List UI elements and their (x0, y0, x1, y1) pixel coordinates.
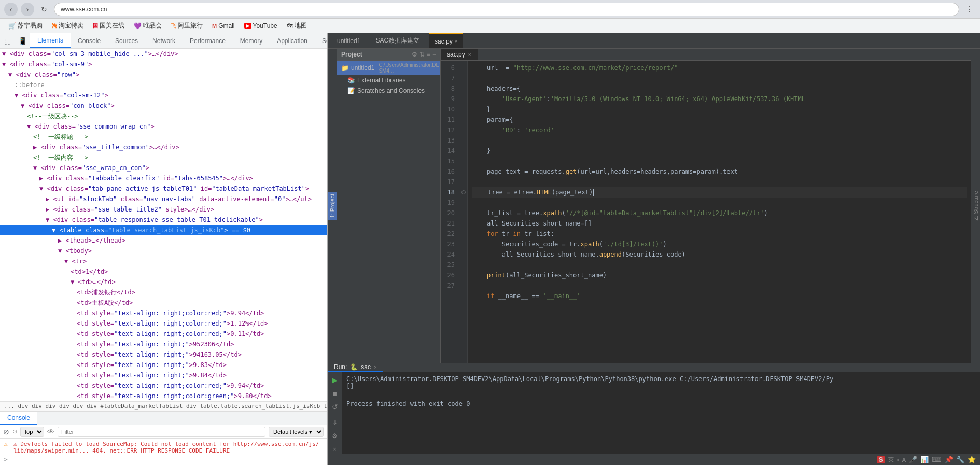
html-line[interactable]: ▶ <thead>…</thead> (0, 235, 327, 246)
browser-menu-btn[interactable]: ⋮ (962, 3, 976, 16)
file-tab-close-icon[interactable]: × (468, 52, 471, 58)
sort-icon[interactable]: ⇅ (419, 51, 425, 58)
main-layout: ⬚ 📱 Elements Console Sources Network Per… (0, 33, 980, 465)
code-line: param={ (472, 115, 967, 125)
devtools-panel: ⬚ 📱 Elements Console Sources Network Per… (0, 33, 328, 465)
html-line[interactable]: ▶ <div class="tabbable clearfix" id="tab… (0, 173, 327, 184)
html-line[interactable]: <td style="text-align: right;color:red;"… (0, 318, 327, 329)
structure-vertical-tab[interactable]: Z: Structure (971, 49, 980, 363)
html-line[interactable]: ▼ <div class="con_block"> (0, 101, 327, 111)
html-line[interactable]: <td style="text-align: right;">9.83</td> (0, 360, 327, 370)
console-clear-btn[interactable]: ⊘ (3, 428, 9, 436)
html-line[interactable]: ::before (0, 80, 327, 90)
html-line[interactable]: <td style="text-align: right;">9.84</td> (0, 370, 327, 381)
project-vertical-tab[interactable]: 1: Project (328, 49, 337, 363)
console-error-line: ⚠ ⚠ DevTools failed to load SourceMap: C… (4, 441, 323, 454)
console-filter-input[interactable] (58, 427, 265, 437)
devtools-icon-mobile[interactable]: 📱 (15, 33, 30, 48)
nav-forward-btn[interactable]: › (21, 3, 34, 16)
run-play-btn[interactable]: ▶ (329, 374, 341, 386)
html-line[interactable]: ▶ <div class="sse_title_common">…</div> (0, 142, 327, 152)
tab-performance[interactable]: Performance (183, 33, 233, 48)
close-icon[interactable]: × (455, 38, 458, 44)
project-tree-item-root[interactable]: 📁 untitled1 C:\Users\Administrator.DESKT… (337, 61, 440, 75)
html-line[interactable]: <td>浦发银行</td> (0, 287, 327, 298)
run-stop-btn[interactable]: ■ (329, 388, 341, 399)
html-line[interactable]: <!--一级区块--> (0, 111, 327, 121)
code-file-tab-active[interactable]: sac.py × (441, 49, 478, 60)
html-line[interactable]: ▼ <div class="sse_wrap_cn_con"> (0, 163, 327, 173)
bookmark-guomei[interactable]: 国国美在线 (89, 20, 129, 31)
bookmark-alitrip[interactable]: 飞阿里旅行 (167, 20, 207, 31)
run-tab-active[interactable]: Run: 🐍 sac × (328, 363, 383, 372)
bookmark-gmail[interactable]: MGmail (208, 21, 239, 31)
tab-sources[interactable]: Sources (108, 33, 145, 48)
bookmark-youtube[interactable]: ▶YouTube (240, 21, 282, 31)
console-level-select[interactable]: Default levels ▾ (269, 427, 324, 437)
bookmark-taobao[interactable]: 淘淘宝特卖 (48, 20, 88, 31)
ide-tab-sac-py[interactable]: sac.py × (429, 33, 463, 48)
status-item-chart: 📊 (920, 456, 929, 463)
html-line[interactable]: ▼ <tr> (0, 256, 327, 266)
html-line[interactable]: ▼ <div class="row"> (0, 69, 327, 80)
gutter (459, 61, 468, 363)
html-line[interactable]: ▼ <tbody> (0, 246, 327, 256)
html-line[interactable]: ▼ <div class="col-sm-3 mobile_hide ...">… (0, 49, 327, 59)
address-bar[interactable]: www.sse.com.cn (54, 3, 959, 16)
devtools-icon-inspect[interactable]: ⬚ (0, 33, 15, 48)
tab-network[interactable]: Network (145, 33, 183, 48)
tab-elements[interactable]: Elements (30, 33, 71, 48)
html-line[interactable]: <td>主板A股</td> (0, 298, 327, 308)
html-line[interactable]: <td style="text-align: right;color:red;"… (0, 329, 327, 339)
html-line-selected[interactable]: ▼ <table class="table search_tabList js_… (0, 225, 327, 235)
console-context-select[interactable]: top (20, 427, 44, 437)
project-tree-item-extlib[interactable]: 📚 External Libraries (337, 75, 440, 86)
html-line[interactable]: <!--一级内容 --> (0, 152, 327, 163)
console-tab-bar: Console (0, 412, 327, 425)
browser-top: ‹ › ↻ www.sse.com.cn ⋮ (0, 0, 980, 19)
console-prompt-line[interactable]: > (4, 456, 323, 463)
tab-memory[interactable]: Memory (233, 33, 270, 48)
run-output-line-blank (346, 390, 976, 400)
run-tab-close-icon[interactable]: × (374, 364, 377, 370)
line-number: 25 (441, 260, 459, 270)
project-tree-item-scratches[interactable]: 📝 Scratches and Consoles (337, 86, 440, 96)
html-line[interactable]: ▼ <div class="col-sm-9"> (0, 59, 327, 69)
bookmark-maps[interactable]: 🗺地图 (283, 20, 311, 31)
nav-back-btn[interactable]: ‹ (4, 3, 18, 16)
tab-security[interactable]: Security (315, 33, 327, 48)
bookmark-vipshop[interactable]: 💜唯品会 (130, 20, 166, 31)
code-line: headers={ (472, 83, 967, 94)
html-line[interactable]: ▼ <div class="sse_common_wrap_cn"> (0, 121, 327, 132)
ide-tab-sac-db[interactable]: SAC数据库建立 (370, 33, 425, 48)
html-line[interactable]: <td style="text-align: right;">952306</t… (0, 339, 327, 349)
tab-console[interactable]: Console (71, 33, 108, 48)
console-tab-active[interactable]: Console (0, 412, 37, 425)
gear-icon[interactable]: ⚙ (412, 51, 417, 58)
settings-icon[interactable]: ≡ (427, 51, 430, 58)
html-line[interactable]: <!--一级标题 --> (0, 132, 327, 142)
html-line[interactable]: <td style="text-align: right;">94163.05<… (0, 349, 327, 360)
minimize-icon[interactable]: − (432, 51, 436, 58)
html-line[interactable]: ▼ <td>…</td> (0, 277, 327, 287)
tab-application[interactable]: Application (270, 33, 315, 48)
console-input[interactable] (10, 456, 323, 463)
nav-refresh-btn[interactable]: ↻ (37, 3, 51, 16)
html-line[interactable]: ▼ <div class="tab-pane active js_tableT0… (0, 184, 327, 194)
run-settings-btn[interactable]: ⚙ (329, 430, 341, 442)
ide-tab-untitled1[interactable]: untitled1 (332, 33, 366, 48)
html-line[interactable]: ▶ <ul id="stockTab" class="nav nav-tabs"… (0, 194, 327, 204)
run-rerun-btn[interactable]: ↺ (329, 401, 341, 413)
html-line[interactable]: <td>1</td> (0, 266, 327, 277)
run-content: ▶ ■ ↺ ⇓ ⚙ × C:\Users\Administrator.DESKT… (328, 372, 980, 457)
run-scroll-end-btn[interactable]: ⇓ (329, 417, 341, 428)
html-line[interactable]: ▼ <div class="col-sm-12"> (0, 90, 327, 101)
html-line[interactable]: ▶ <div class="sse_table_title2" style>…<… (0, 204, 327, 215)
html-line[interactable]: ▼ <div class="table-responsive sse_table… (0, 215, 327, 225)
code-line-active: tree = etree.HTML(page_text) (472, 187, 967, 198)
html-line[interactable]: <td style="text-align: right;color:red;"… (0, 381, 327, 391)
code-lines[interactable]: url = "http://www.sse.com.cn/market/pric… (468, 61, 971, 363)
bookmark-suning[interactable]: 🛒苏宁易购 (4, 20, 47, 31)
html-line[interactable]: <td style="text-align: right;color:green… (0, 391, 327, 401)
html-line[interactable]: <td style="text-align: right;color:red;"… (0, 308, 327, 318)
